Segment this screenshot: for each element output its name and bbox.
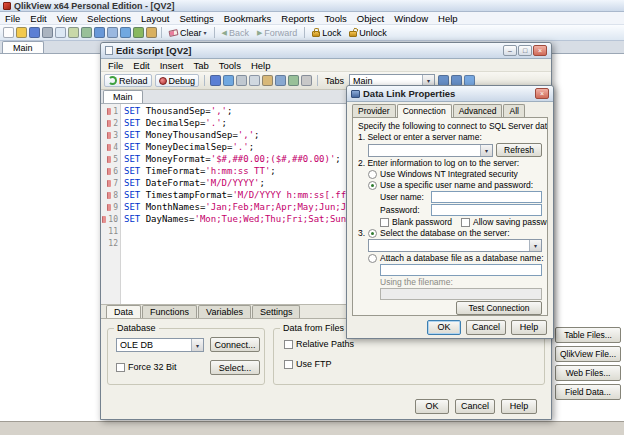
app-menu-item-bookmarks[interactable]: Bookmarks (219, 13, 277, 24)
tabs-label: Tabs (323, 76, 346, 86)
dialog-cancel-button[interactable]: Cancel (466, 320, 506, 335)
chevron-down-icon[interactable]: ▾ (529, 240, 541, 251)
table-viewer-icon[interactable] (81, 27, 92, 38)
help-button[interactable]: Help (501, 399, 537, 414)
tab-all[interactable]: All (503, 104, 524, 117)
search-icon[interactable] (120, 27, 131, 38)
forward-button[interactable]: ▶ Forward (254, 26, 300, 39)
chevron-down-icon[interactable]: ▾ (191, 339, 203, 351)
search-icon[interactable] (223, 75, 234, 86)
database-type-combo[interactable]: OLE DB ▾ (116, 338, 204, 352)
edit-script-icon[interactable] (68, 27, 79, 38)
tab-provider[interactable]: Provider (352, 104, 396, 117)
syntax-check-icon[interactable] (288, 75, 299, 86)
force-32bit-checkbox[interactable] (116, 363, 125, 372)
app-menu-item-file[interactable]: File (0, 13, 25, 24)
dialog-ok-button[interactable]: OK (427, 320, 461, 335)
new-file-icon[interactable] (3, 27, 14, 38)
cut-icon[interactable] (236, 75, 247, 86)
close-button[interactable]: × (533, 45, 547, 56)
cancel-button[interactable]: Cancel (455, 399, 495, 414)
app-menu-item-help[interactable]: Help (433, 13, 463, 24)
tab-advanced[interactable]: Advanced (453, 104, 503, 117)
relative-paths-checkbox[interactable] (284, 340, 293, 349)
server-name-combo[interactable]: ▾ (368, 144, 493, 157)
allow-saving-checkbox[interactable] (461, 218, 470, 227)
back-button[interactable]: ◀ Back (219, 26, 252, 39)
edit-script-menu-item-edit[interactable]: Edit (128, 60, 154, 71)
paste-icon[interactable] (262, 75, 273, 86)
script-tab-main[interactable]: Main (103, 90, 143, 103)
dialog-help-button[interactable]: Help (511, 320, 547, 335)
edit-script-menu-item-insert[interactable]: Insert (155, 60, 189, 71)
tab-functions[interactable]: Functions (142, 305, 197, 318)
open-icon[interactable] (16, 27, 27, 38)
app-menu-item-window[interactable]: Window (389, 13, 433, 24)
app-menu-item-edit[interactable]: Edit (25, 13, 51, 24)
attach-database-input[interactable] (380, 264, 542, 276)
user-name-input[interactable] (431, 191, 542, 203)
data-link-titlebar[interactable]: Data Link Properties × (347, 86, 553, 102)
save-icon[interactable] (210, 75, 221, 86)
bookmark-icon[interactable] (146, 27, 157, 38)
connect-button[interactable]: Connect... (210, 337, 260, 352)
undo-icon[interactable] (94, 27, 105, 38)
app-title: QlikView x64 Personal Edition - [QV2] (14, 1, 174, 11)
copy-icon[interactable] (249, 75, 260, 86)
radio-select-database[interactable] (368, 229, 377, 238)
app-menu-item-settings[interactable]: Settings (174, 13, 218, 24)
attach-database-label: Attach a database file as a database nam… (380, 253, 544, 263)
tab-data[interactable]: Data (106, 305, 141, 318)
tab-settings[interactable]: Settings (252, 305, 301, 318)
using-filename-label: Using the filename: (380, 277, 453, 287)
unlock-button[interactable]: Unlock (346, 26, 390, 39)
minimize-button[interactable]: – (503, 45, 517, 56)
find-replace-icon[interactable] (275, 75, 286, 86)
table-files-button[interactable]: Table Files... (555, 327, 621, 343)
maximize-button[interactable]: □ (518, 45, 532, 56)
field-data-button[interactable]: Field Data... (555, 384, 621, 400)
sheet-tab-main[interactable]: Main (2, 41, 44, 53)
use-ftp-checkbox[interactable] (284, 360, 293, 369)
app-titlebar[interactable]: QlikView x64 Personal Edition - [QV2] (0, 0, 624, 12)
app-menu-item-layout[interactable]: Layout (136, 13, 175, 24)
save-icon[interactable] (29, 27, 40, 38)
app-menu-item-object[interactable]: Object (352, 13, 389, 24)
edit-script-titlebar[interactable]: Edit Script [QV2] – □ × (101, 43, 551, 59)
dialog-close-button[interactable]: × (535, 88, 549, 99)
radio-attach-database[interactable] (368, 254, 377, 263)
edit-script-menu-item-tab[interactable]: Tab (188, 60, 213, 71)
debug-button[interactable]: Debug (155, 74, 200, 87)
app-menu-item-reports[interactable]: Reports (276, 13, 319, 24)
lock-button[interactable]: Lock (309, 26, 344, 39)
radio-nt-security[interactable] (368, 170, 377, 179)
print-icon[interactable] (42, 27, 53, 38)
clear-button[interactable]: Clear ▾ (166, 26, 210, 39)
app-menu-item-view[interactable]: View (52, 13, 82, 24)
tab-variables[interactable]: Variables (198, 305, 251, 318)
reload-button[interactable]: Reload (104, 74, 152, 87)
database-combo[interactable]: ▾ (368, 239, 542, 252)
line-number-gutter: 123456789101112 (101, 104, 121, 304)
qlikview-file-button[interactable]: QlikView File... (555, 346, 621, 362)
tab-connection[interactable]: Connection (397, 104, 452, 118)
ok-button[interactable]: OK (415, 399, 449, 414)
edit-script-menu-item-file[interactable]: File (103, 60, 128, 71)
print-preview-icon[interactable] (55, 27, 66, 38)
comment-icon[interactable] (301, 75, 312, 86)
radio-specific-user[interactable] (368, 181, 377, 190)
password-input[interactable] (431, 204, 542, 216)
refresh-button[interactable]: Refresh (496, 143, 542, 157)
filename-input[interactable] (380, 288, 542, 300)
current-selections-icon[interactable] (133, 27, 144, 38)
test-connection-button[interactable]: Test Connection (456, 301, 542, 315)
app-menu-item-selections[interactable]: Selections (82, 13, 136, 24)
chevron-down-icon[interactable]: ▾ (480, 145, 492, 156)
blank-password-checkbox[interactable] (380, 218, 389, 227)
app-menu-item-tools[interactable]: Tools (320, 13, 352, 24)
edit-script-menu-item-tools[interactable]: Tools (214, 60, 246, 71)
web-files-button[interactable]: Web Files... (555, 365, 621, 381)
select-button[interactable]: Select... (210, 360, 260, 375)
redo-icon[interactable] (107, 27, 118, 38)
edit-script-menu-item-help[interactable]: Help (246, 60, 276, 71)
